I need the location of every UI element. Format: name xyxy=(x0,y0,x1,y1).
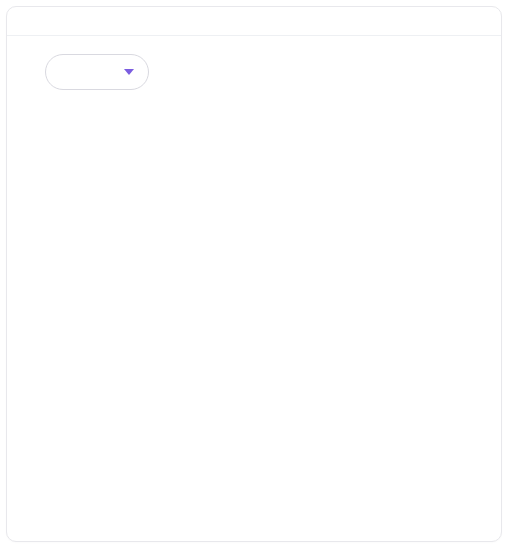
request-duration-card xyxy=(6,6,502,542)
request-duration-chart xyxy=(31,106,471,496)
chart-container xyxy=(7,90,501,541)
chevron-down-icon xyxy=(124,69,134,75)
card-header xyxy=(7,7,501,36)
controls-row xyxy=(7,36,501,90)
percentile-select[interactable] xyxy=(45,54,149,90)
